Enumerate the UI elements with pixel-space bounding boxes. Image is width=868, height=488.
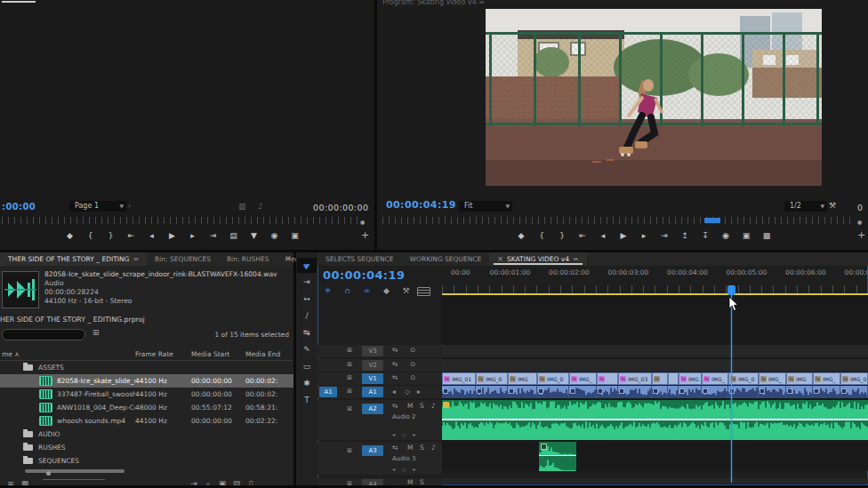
asset-row[interactable]: whoosh sounds.mp444100 Hz00:00:00:0000:0… (0, 414, 293, 428)
source-scrub-ruler[interactable] (2, 217, 358, 224)
video-clip[interactable] (668, 372, 679, 385)
video-clip[interactable]: fxIMG (679, 372, 702, 385)
panel-menu-icon[interactable]: ≡ (133, 252, 139, 266)
tab-bin-rushes[interactable]: Bin: RUSHES (219, 252, 277, 266)
button-editor-icon[interactable]: + (857, 229, 865, 241)
audio-clip-segment[interactable] (728, 386, 759, 398)
track-label-a3[interactable]: A3 (362, 445, 383, 456)
video-clip[interactable]: fxIMG_0 (537, 372, 569, 385)
sync-lock-icon[interactable]: ⇆ (392, 444, 398, 452)
audio-clip-segment[interactable] (569, 386, 597, 398)
overwrite-icon[interactable]: ▼ (248, 228, 261, 243)
multi-camera-icon[interactable]: ▩ (760, 228, 773, 243)
add-marker-icon[interactable]: ◆ (515, 228, 527, 243)
search-input[interactable] (2, 329, 85, 340)
drag-audio-icon[interactable]: ♪ (258, 202, 263, 211)
next-page-icon[interactable]: › (128, 202, 131, 210)
mark-out-icon[interactable]: } (556, 228, 568, 243)
previous-keyframe-icon[interactable]: ◂ (392, 388, 396, 396)
keyframe-controls[interactable]: ◂ ◇ ▸ (392, 431, 418, 437)
lock-icon[interactable]: ⊠ (347, 347, 352, 354)
ripple-edit-tool[interactable]: ↔ (297, 292, 317, 307)
track-select-forward-tool[interactable]: ⇥ (297, 275, 317, 290)
program-scrub-ruler[interactable] (382, 217, 856, 224)
slip-tool[interactable]: ↹ (297, 325, 317, 340)
video-clip[interactable]: fxIMG_ (759, 372, 786, 385)
play-icon[interactable]: ▶ (166, 228, 179, 243)
go-to-in-icon[interactable]: ⇤ (125, 228, 138, 243)
tab-bin-sequences[interactable]: Bin: SEQUENCES (147, 252, 219, 266)
bin-row[interactable]: AUDIO (0, 428, 293, 441)
video-clip[interactable]: fx (597, 372, 618, 385)
keyframe-controls[interactable]: ◂ ◇ ▸ (392, 466, 418, 472)
video-clip[interactable]: fxIMG_01 (442, 372, 476, 385)
comparison-view-icon[interactable]: ▣ (289, 228, 301, 243)
track-visibility-icon[interactable]: ⊙ (410, 360, 415, 368)
drag-video-icon[interactable]: ▥ (238, 202, 246, 211)
add-keyframe-icon[interactable]: ◇ (405, 388, 410, 396)
video-clip[interactable]: fxIMG_0 (476, 372, 508, 385)
mark-in-icon[interactable]: { (84, 228, 97, 243)
audio-clip-segment[interactable] (679, 386, 702, 398)
zoom-level-select[interactable]: Fit▼ (459, 201, 512, 212)
sync-lock-icon[interactable]: ⇆ (392, 360, 398, 368)
column-name[interactable]: me ∧ (0, 350, 20, 358)
play-icon[interactable]: ▶ (617, 228, 630, 243)
asset-row[interactable]: ANW1018_004_Deep-Cool.wav48000 Hz00:55:0… (0, 401, 293, 414)
audio-clip-segment[interactable] (442, 386, 476, 398)
column-media-end[interactable]: Media End (245, 350, 280, 358)
track-label-v1[interactable]: V1 (362, 373, 383, 384)
video-clip[interactable]: fxIMG_ (702, 372, 728, 385)
track-label-v3[interactable]: V3 (362, 346, 383, 356)
go-to-out-icon[interactable]: ⇥ (207, 228, 220, 243)
sync-lock-icon[interactable]: ⇆ (392, 346, 398, 354)
track-label-a1[interactable]: A1 (362, 387, 383, 397)
close-tab-icon[interactable]: × (497, 252, 503, 266)
page-select[interactable]: Page 1▼ (69, 201, 126, 212)
voiceover-record-icon[interactable]: ♪ (431, 444, 436, 452)
sync-lock-icon[interactable]: ⇆ (392, 402, 398, 410)
video-clip[interactable]: fxIMG_03 (618, 372, 652, 385)
track-visibility-icon[interactable]: ⊙ (410, 373, 415, 381)
audio-clip-segment[interactable] (537, 386, 569, 398)
video-clip[interactable]: fxIMG (508, 372, 537, 385)
column-media-start[interactable]: Media Start (191, 350, 229, 358)
program-scrub-playhead[interactable] (704, 218, 720, 223)
source-patch-a1[interactable]: A1 (319, 387, 337, 397)
audio-clip-segment[interactable] (476, 386, 508, 398)
zoom-handle-icon[interactable]: ● (360, 219, 365, 225)
video-clip[interactable]: fxIMG_ (569, 372, 597, 385)
bin-row[interactable]: SEQUENCES (0, 454, 293, 468)
audio-clip-segment[interactable] (813, 386, 840, 398)
rectangle-tool[interactable]: ▭ (297, 359, 317, 374)
audio-clip-segment[interactable] (786, 386, 813, 398)
video-clip[interactable]: fxIMG_ (813, 372, 840, 385)
tab-skating-video-v4[interactable]: ×SKATING VIDEO v4≡ (489, 252, 586, 266)
selection-tool[interactable]: ▶ (297, 258, 317, 273)
extract-icon[interactable]: ↧ (699, 228, 711, 243)
audio-clip-segment[interactable] (652, 386, 668, 398)
audio-clip-segment[interactable] (840, 386, 868, 398)
zoom-handle-icon[interactable]: ● (857, 219, 862, 225)
audio-clip-segment[interactable] (508, 386, 537, 398)
mark-in-icon[interactable]: { (535, 228, 548, 243)
audio-clip-a3[interactable] (539, 442, 576, 471)
solo-button[interactable]: S (420, 402, 424, 410)
voiceover-record-icon[interactable]: ♪ (431, 402, 436, 410)
track-v2-content[interactable] (442, 359, 868, 372)
audio-clip-segment[interactable] (618, 386, 652, 398)
export-frame-icon[interactable]: ◉ (719, 228, 732, 243)
audio-clip-segment[interactable] (702, 386, 728, 398)
lock-icon[interactable]: ⊠ (347, 361, 352, 368)
audio-clip-segment[interactable] (668, 386, 679, 398)
lock-icon[interactable]: ⊠ (347, 388, 352, 395)
video-clip[interactable]: fxIMG_0 (728, 372, 759, 385)
program-settings-icon[interactable]: ⚒ (829, 201, 836, 210)
mark-out-icon[interactable]: } (105, 228, 117, 243)
mute-button[interactable]: M (407, 402, 413, 410)
column-frame-rate[interactable]: Frame Rate (135, 350, 173, 358)
tab-ther-side-of-the-story-editing[interactable]: THER SIDE OF THE STORY _ EDITING≡ (0, 252, 147, 266)
bin-row[interactable]: ASSETS (0, 361, 293, 374)
playback-resolution-select[interactable]: 1/2▼ (784, 201, 827, 212)
zoom-slider-handle[interactable] (46, 471, 51, 476)
